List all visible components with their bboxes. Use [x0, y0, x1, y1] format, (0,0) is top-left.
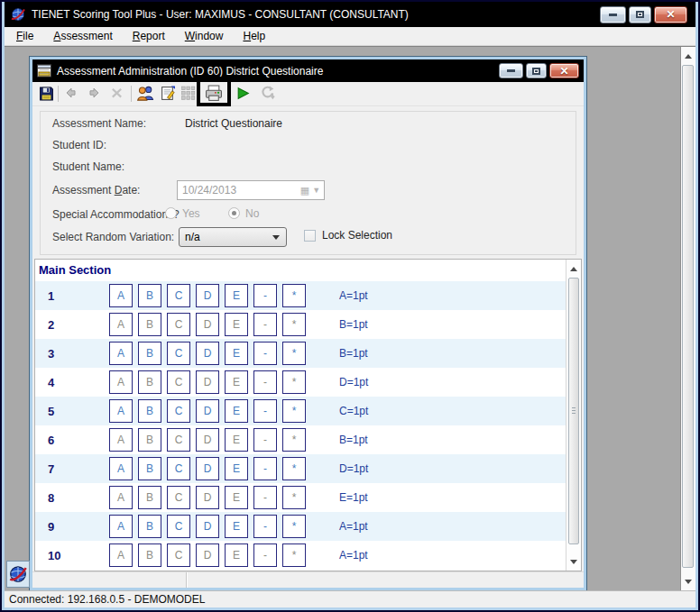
choice-button-star[interactable]: * [282, 342, 306, 365]
choice-button-A[interactable]: A [109, 515, 133, 538]
choice-button-E[interactable]: E [225, 486, 248, 509]
choice-button-B[interactable]: B [138, 399, 161, 423]
choice-button-D[interactable]: D [196, 428, 219, 452]
choice-button-star[interactable]: * [282, 399, 306, 423]
choice-button-C[interactable]: C [167, 370, 190, 394]
choice-button-A[interactable]: A [109, 284, 133, 307]
choice-button-B[interactable]: B [138, 342, 161, 365]
choice-button-E[interactable]: E [225, 543, 248, 567]
save-button[interactable] [39, 86, 54, 102]
choice-button-D[interactable]: D [196, 342, 219, 365]
choice-button-C[interactable]: C [167, 543, 190, 567]
students-button[interactable] [136, 86, 155, 101]
assessment-date-field[interactable]: 10/24/2013 ▦ ▼ [177, 180, 325, 200]
minimized-window-icon[interactable] [6, 561, 30, 588]
scroll-down-icon[interactable] [681, 574, 695, 589]
choice-button-dash[interactable]: - [253, 284, 277, 307]
choice-button-star[interactable]: * [282, 486, 306, 509]
choice-button-dash[interactable]: - [253, 515, 277, 538]
choice-button-E[interactable]: E [225, 370, 248, 394]
main-section-scrollbar[interactable] [566, 260, 581, 571]
choice-button-A[interactable]: A [109, 457, 133, 480]
choice-button-C[interactable]: C [167, 457, 190, 480]
choice-button-B[interactable]: B [138, 313, 161, 336]
choice-button-D[interactable]: D [196, 457, 219, 480]
choice-button-star[interactable]: * [282, 457, 306, 480]
choice-button-C[interactable]: C [167, 515, 190, 538]
grid-button[interactable] [180, 86, 197, 101]
choice-button-C[interactable]: C [167, 284, 190, 307]
scroll-up-icon[interactable] [681, 49, 695, 63]
choice-button-A[interactable]: A [109, 428, 133, 452]
choice-button-B[interactable]: B [138, 543, 161, 567]
choice-button-D[interactable]: D [196, 313, 219, 336]
choice-button-dash[interactable]: - [253, 457, 277, 480]
minimize-button[interactable] [600, 6, 626, 23]
properties-button[interactable] [160, 86, 176, 101]
choice-button-E[interactable]: E [225, 399, 248, 423]
choice-button-C[interactable]: C [167, 486, 190, 509]
lock-selection-checkbox[interactable] [304, 230, 316, 242]
choice-button-A[interactable]: A [109, 486, 133, 509]
choice-button-dash[interactable]: - [253, 399, 277, 423]
choice-button-E[interactable]: E [225, 342, 248, 365]
choice-button-E[interactable]: E [225, 284, 248, 307]
scroll-down-icon[interactable] [566, 554, 581, 569]
choice-button-B[interactable]: B [138, 515, 161, 538]
menu-item-assessment[interactable]: Assessment [43, 28, 122, 44]
choice-button-star[interactable]: * [282, 370, 306, 394]
choice-button-B[interactable]: B [138, 370, 161, 394]
choice-button-B[interactable]: B [138, 457, 161, 480]
child-restore-button[interactable] [526, 63, 547, 78]
choice-button-star[interactable]: * [282, 543, 306, 567]
radio-yes[interactable] [165, 207, 177, 219]
scrollbar-thumb[interactable] [682, 65, 694, 568]
choice-button-C[interactable]: C [167, 399, 190, 423]
menu-item-help[interactable]: Help [233, 28, 275, 44]
choice-button-E[interactable]: E [225, 428, 248, 452]
choice-button-dash[interactable]: - [253, 486, 277, 509]
scroll-up-icon[interactable] [566, 261, 581, 276]
choice-button-E[interactable]: E [225, 457, 248, 480]
forward-button[interactable] [87, 86, 102, 100]
choice-button-E[interactable]: E [225, 515, 248, 538]
choice-button-dash[interactable]: - [253, 370, 277, 394]
choice-button-star[interactable]: * [282, 313, 306, 336]
radio-no[interactable] [228, 207, 240, 219]
choice-button-star[interactable]: * [282, 284, 306, 307]
choice-button-D[interactable]: D [196, 284, 219, 307]
choice-button-C[interactable]: C [167, 313, 190, 336]
child-close-button[interactable]: ✕ [549, 63, 579, 78]
choice-button-dash[interactable]: - [253, 313, 277, 336]
choice-button-dash[interactable]: - [253, 428, 277, 452]
print-button[interactable] [204, 85, 224, 102]
random-variation-dropdown[interactable]: n/a [179, 227, 287, 247]
choice-button-A[interactable]: A [109, 543, 133, 567]
choice-button-A[interactable]: A [109, 313, 133, 336]
choice-button-A[interactable]: A [109, 370, 133, 394]
menu-item-window[interactable]: Window [175, 28, 234, 44]
mdi-scrollbar[interactable] [680, 47, 695, 590]
choice-button-dash[interactable]: - [253, 543, 277, 567]
choice-button-D[interactable]: D [196, 515, 219, 538]
choice-button-D[interactable]: D [196, 399, 219, 423]
choice-button-B[interactable]: B [138, 284, 161, 307]
choice-button-E[interactable]: E [225, 313, 248, 336]
restore-button[interactable] [629, 6, 651, 23]
choice-button-B[interactable]: B [138, 428, 161, 452]
choice-button-B[interactable]: B [138, 486, 161, 509]
delete-button[interactable] [110, 86, 124, 100]
choice-button-A[interactable]: A [109, 342, 133, 365]
choice-button-dash[interactable]: - [253, 342, 277, 365]
refresh-button[interactable] [259, 86, 276, 101]
close-button[interactable]: ✕ [654, 6, 687, 23]
run-button[interactable] [235, 86, 251, 101]
choice-button-D[interactable]: D [196, 370, 219, 394]
calendar-dropdown-button[interactable]: ▦ ▼ [297, 181, 324, 199]
choice-button-D[interactable]: D [196, 486, 219, 509]
choice-button-D[interactable]: D [196, 543, 219, 567]
choice-button-C[interactable]: C [167, 342, 190, 365]
scrollbar-thumb[interactable] [568, 278, 579, 544]
choice-button-star[interactable]: * [282, 515, 306, 538]
choice-button-A[interactable]: A [109, 399, 133, 423]
